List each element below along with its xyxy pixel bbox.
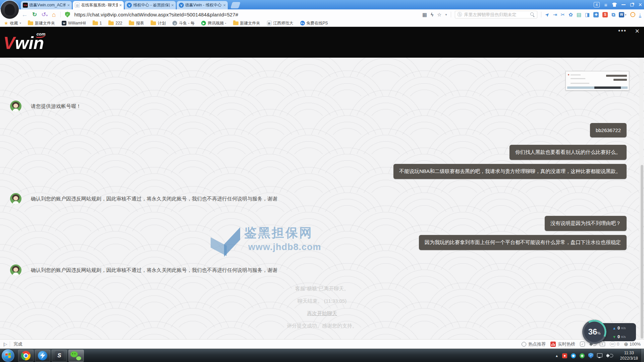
tab-close-icon[interactable]: × [223, 3, 226, 7]
notes-extension-icon[interactable]: ▤ [577, 12, 581, 17]
restart-chat-link[interactable]: 再次开始聊天 [307, 310, 337, 316]
history-extension-icon[interactable]: ⋯ [630, 12, 635, 17]
bookmark-item[interactable]: 报表 [129, 20, 144, 26]
bookmark-item[interactable]: 222 [108, 21, 122, 25]
word-extension-icon[interactable]: W [619, 12, 624, 17]
download-arrow-icon: ▼ [612, 335, 616, 339]
undo-closed-tab-icon[interactable]: ↺▾ [41, 12, 48, 17]
tab-vwin-weiquan[interactable]: V 德赢Vwin - 维权中心 - × [177, 1, 228, 9]
download-speed-value: 0 [618, 334, 620, 339]
bookmark-item[interactable]: 计划 [151, 20, 166, 26]
windows-flag-icon [5, 353, 11, 358]
start-button[interactable] [2, 349, 14, 362]
volume-icon[interactable] [606, 353, 612, 358]
bookmark-item[interactable]: 新建文件夹 [28, 20, 55, 26]
bookmark-item[interactable]: 1 [93, 21, 102, 25]
bookmark-item[interactable]: 新建文件夹 [233, 20, 260, 26]
bookmark-item[interactable]: ▤江西师范大 [267, 20, 293, 26]
security-shield-icon[interactable]: ✓ [588, 353, 593, 359]
pin-extension-icon[interactable]: ➤ [544, 11, 550, 18]
site-security-shield-icon[interactable]: ✓ [65, 12, 70, 17]
toolbar-search-box[interactable]: Ⓢ [455, 11, 537, 18]
taskbar-chrome[interactable] [18, 350, 34, 362]
tab-chat-window[interactable]: ▤ 在线客服系统- 聊天窗口 × [73, 1, 124, 9]
tray-green-app-icon[interactable] [580, 353, 585, 358]
download-speed-unit: K/s [621, 335, 626, 339]
shopping-extension-icon[interactable]: S [602, 12, 608, 17]
network-icon[interactable] [597, 353, 603, 358]
flame-ring-icon [522, 342, 526, 347]
refresh-icon[interactable]: ↻ [32, 12, 37, 17]
clipboard-extension-icon[interactable]: ⧉ [611, 12, 615, 17]
compat-mode-icon[interactable]: |▷ [3, 342, 6, 347]
document-favicon-icon: ▤ [75, 3, 80, 8]
taskbar-clock[interactable]: 11:33 2022/3/18 [620, 350, 638, 361]
status-done-label: 完成 [13, 341, 22, 347]
chevron-down-icon[interactable]: ▾ [445, 13, 447, 16]
jhdb-favicon-icon: V [179, 3, 184, 8]
bookmark-item[interactable]: WWilliamHil [62, 21, 86, 25]
login-extension-icon[interactable]: ⇥ [553, 12, 557, 17]
qr-code-icon[interactable]: ▦ [422, 12, 427, 17]
tab-close-icon[interactable]: × [119, 3, 122, 7]
browser-toolbar: ← ↻ ↺▾ ⌂ ✓ https://chat.vip8vip.com/chat… [0, 9, 644, 20]
new-tab-button[interactable] [230, 2, 240, 8]
shield-check-icon[interactable]: ✓ [580, 342, 585, 347]
page-more-icon[interactable]: ••• [618, 27, 627, 35]
tray-expand-icon[interactable]: ▲ [555, 354, 558, 358]
back-icon[interactable]: ← [21, 11, 28, 18]
tab-vwin[interactable]: Vw 德赢Vwin.com_AC米兰 × [21, 1, 72, 9]
minimize-icon[interactable] [622, 4, 626, 5]
system-message: 评分提交成功。感谢您的支持。 [0, 323, 644, 329]
tab-close-icon[interactable]: × [67, 3, 70, 7]
close-window-icon[interactable]: × [638, 2, 642, 8]
watermark-title: 鉴黑担保网 [244, 225, 313, 241]
skin-theme-icon[interactable] [612, 3, 617, 7]
bookmark-item[interactable]: ϙ斗鱼 - 每 [172, 20, 195, 26]
lightning-boost-icon[interactable]: ϟ [431, 12, 433, 17]
show-desktop-button[interactable] [641, 349, 644, 362]
zoom-control[interactable]: ⊕ 100% [624, 341, 641, 347]
favorite-star-icon[interactable]: ☆ [437, 12, 441, 17]
favorites-menu[interactable]: ★ 收藏 ▾ [4, 20, 21, 26]
scissors-capture-icon[interactable]: ✂ [561, 12, 565, 17]
address-bar-url[interactable]: https://chat.vip8vip.com/chatWindow.aspx… [74, 12, 238, 17]
hot-rank-button[interactable]: 实时热榜 [550, 341, 575, 347]
tab-close-icon[interactable]: × [171, 3, 174, 7]
reader-extension-icon[interactable]: ◨ [585, 12, 590, 17]
chat-window: 鉴黑担保网 www.jhdb8.com 请您提供游戏帐号喔！ bb2636722… [0, 58, 644, 339]
bookmark-item[interactable]: Ps免费在线PS [300, 20, 328, 26]
memory-usage-gauge[interactable]: 36% [582, 320, 606, 344]
jhdb-favicon-icon: V [127, 3, 132, 8]
tab-count-badge[interactable]: 4 [594, 2, 600, 7]
search-icon[interactable] [530, 12, 535, 17]
hot-recommend-button[interactable]: 热点推荐 [522, 341, 546, 347]
douyu-icon: ϙ [172, 21, 177, 25]
user-message-bubble: 没有说明是因为找不到理由吧？ [545, 216, 627, 231]
agent-avatar [10, 101, 21, 112]
bookmark-item[interactable]: ▶腾讯视频 - [201, 20, 226, 26]
taskbar-wechat[interactable] [68, 350, 84, 362]
puzzle-extension-icon[interactable]: ✚ [593, 12, 599, 17]
clock-date: 2022/3/18 [620, 356, 638, 361]
tray-red-app-icon[interactable] [562, 353, 567, 358]
tab-weiquan-center[interactable]: V 维权中心 - 鉴黑担保网 × [125, 1, 176, 9]
browser-profile-avatar[interactable] [1, 1, 19, 19]
download-icon[interactable]: ↓ [639, 12, 642, 17]
image-message-thumbnail[interactable] [566, 71, 629, 90]
page-close-icon[interactable]: × [635, 27, 639, 36]
ad-blocker-button[interactable]: AD 0 [610, 341, 619, 347]
paw-extension-icon[interactable]: ✿ [569, 12, 573, 17]
folder-icon [233, 21, 238, 25]
restore-icon[interactable] [630, 3, 634, 6]
toolbox-icon[interactable]: + [600, 342, 605, 346]
search-input[interactable] [464, 12, 528, 17]
home-icon[interactable]: ⌂ [52, 11, 56, 18]
browser-status-bar: |▷ 完成 热点推荐 实时热榜 ✓ + AD 0 ⊕ 100% [0, 339, 644, 349]
scrollbar-thumb[interactable] [641, 165, 643, 339]
taskbar-thunder[interactable] [35, 350, 50, 362]
tray-blue-app-icon[interactable] [571, 353, 576, 358]
menu-icon[interactable]: ≡ [604, 2, 607, 7]
chevron-down-icon[interactable]: ▾ [625, 13, 627, 16]
taskbar-sogou[interactable]: S [52, 350, 67, 362]
